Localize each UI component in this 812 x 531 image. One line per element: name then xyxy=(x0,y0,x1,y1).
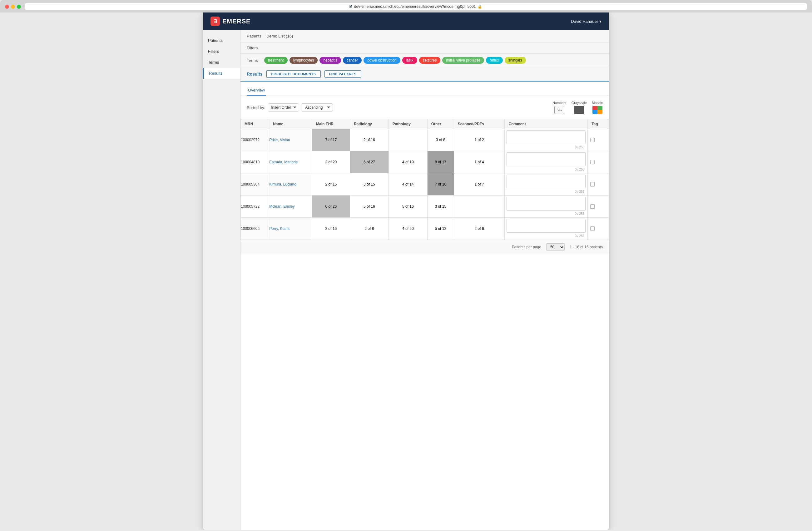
cell-pathology[interactable]: 4 of 20 xyxy=(389,218,427,240)
user-menu[interactable]: David Hanauer ▾ xyxy=(571,19,601,24)
cell-value[interactable]: 4 of 14 xyxy=(389,175,427,193)
term-chip-shingles[interactable]: shingles xyxy=(505,57,526,64)
minimize-button[interactable] xyxy=(11,5,15,9)
cell-other[interactable]: 7 of 16 xyxy=(427,173,454,196)
main-layout: Patients Filters Terms Results Patients … xyxy=(203,30,609,530)
cell-radiology[interactable]: 5 of 16 xyxy=(350,196,389,218)
maximize-button[interactable] xyxy=(17,5,21,9)
cell-value[interactable]: 2 of 6 xyxy=(454,219,505,238)
cell-value[interactable]: 3 of 15 xyxy=(350,175,389,193)
view-option-numbers[interactable]: Numbers ¹⁄₂₃ xyxy=(552,101,567,114)
comment-textarea[interactable] xyxy=(507,219,585,233)
comment-textarea[interactable] xyxy=(507,153,585,166)
cell-value[interactable]: 2 of 16 xyxy=(312,219,350,238)
cell-value[interactable]: 4 of 19 xyxy=(389,153,427,171)
tag-checkbox[interactable] xyxy=(590,227,595,231)
cell-value[interactable]: 4 of 20 xyxy=(389,219,427,238)
comment-textarea[interactable] xyxy=(507,197,585,211)
cell-value[interactable] xyxy=(389,131,427,149)
cell-other[interactable]: 3 of 8 xyxy=(427,129,454,151)
cell-main_ehr[interactable]: 2 of 16 xyxy=(312,218,350,240)
tag-checkbox[interactable] xyxy=(590,138,595,142)
cell-value[interactable]: 5 of 16 xyxy=(389,197,427,216)
cell-value[interactable]: 7 of 16 xyxy=(427,175,454,193)
per-page-select[interactable]: 50 25 100 xyxy=(546,243,565,251)
term-chip-cancer[interactable]: cancer xyxy=(343,57,362,64)
cell-pathology[interactable]: 5 of 16 xyxy=(389,196,427,218)
term-chip-hepatitis[interactable]: hepatitis xyxy=(319,57,341,64)
col-tag: Tag xyxy=(588,119,609,129)
cell-radiology[interactable]: 2 of 8 xyxy=(350,218,389,240)
term-chip-seizures[interactable]: seizures xyxy=(419,57,441,64)
cell-value[interactable]: 3 of 15 xyxy=(427,197,454,216)
cell-pathology[interactable]: 4 of 19 xyxy=(389,151,427,173)
sidebar-item-results[interactable]: Results xyxy=(203,68,240,79)
cell-scanned[interactable]: 1 of 2 xyxy=(454,129,505,151)
sidebar-item-patients[interactable]: Patients xyxy=(203,35,240,46)
cell-value[interactable]: 1 of 7 xyxy=(454,175,505,193)
cell-radiology[interactable]: 2 of 16 xyxy=(350,129,389,151)
tag-checkbox[interactable] xyxy=(590,160,595,164)
cell-name[interactable]: Estrada, Marjorie xyxy=(269,151,312,173)
sidebar-item-filters[interactable]: Filters xyxy=(203,46,240,57)
cell-value[interactable]: 3 of 8 xyxy=(427,131,454,149)
cell-scanned[interactable]: 1 of 4 xyxy=(454,151,505,173)
cell-value[interactable]: 7 of 17 xyxy=(312,131,350,149)
term-chip-lymphocytes[interactable]: lymphocytes xyxy=(290,57,318,64)
comment-textarea[interactable] xyxy=(507,175,585,188)
cell-value[interactable]: 9 of 17 xyxy=(427,153,454,171)
col-radiology: Radiology xyxy=(350,119,389,129)
cell-main_ehr[interactable]: 6 of 26 xyxy=(312,196,350,218)
close-button[interactable] xyxy=(5,5,9,9)
sort-order-select[interactable]: Insert Order MRN Name xyxy=(267,103,299,112)
cell-value[interactable]: 6 of 27 xyxy=(350,153,389,171)
cell-pathology[interactable] xyxy=(389,129,427,151)
tab-overview[interactable]: Overview xyxy=(247,85,266,96)
cell-main_ehr[interactable]: 7 of 17 xyxy=(312,129,350,151)
term-chip-lasix[interactable]: lasix xyxy=(402,57,417,64)
cell-value[interactable]: 1 of 2 xyxy=(454,131,505,149)
cell-pathology[interactable]: 4 of 14 xyxy=(389,173,427,196)
sidebar-patients-label: Patients xyxy=(208,38,223,43)
cell-main_ehr[interactable]: 2 of 15 xyxy=(312,173,350,196)
cell-value[interactable]: 5 of 16 xyxy=(350,197,389,216)
cell-other[interactable]: 3 of 15 xyxy=(427,196,454,218)
cell-radiology[interactable]: 3 of 15 xyxy=(350,173,389,196)
tag-checkbox[interactable] xyxy=(590,204,595,209)
sort-direction-select[interactable]: Ascending Descending xyxy=(302,103,333,112)
cell-radiology[interactable]: 6 of 27 xyxy=(350,151,389,173)
term-chip-reflux[interactable]: reflux xyxy=(486,57,503,64)
highlight-documents-button[interactable]: HIGHLIGHT DOCUMENTS xyxy=(266,70,321,78)
cell-name[interactable]: Price, Vivian xyxy=(269,129,312,151)
cell-name[interactable]: Perry, Kiana xyxy=(269,218,312,240)
patients-row-label: Patients xyxy=(247,34,261,39)
find-patients-button[interactable]: FIND PATIENTS xyxy=(324,70,361,78)
cell-value[interactable]: 1 of 4 xyxy=(454,153,505,171)
cell-value[interactable]: 6 of 26 xyxy=(312,197,350,216)
cell-value[interactable] xyxy=(454,197,505,216)
cell-name[interactable]: Kimura, Luciano xyxy=(269,173,312,196)
term-chip-mitral-valve-prolapse[interactable]: mitral valve prolapse xyxy=(442,57,484,64)
cell-value[interactable]: 2 of 8 xyxy=(350,219,389,238)
cell-value[interactable]: 2 of 20 xyxy=(312,153,350,171)
view-option-mosaic[interactable]: Mosaic xyxy=(592,101,603,114)
cell-scanned[interactable] xyxy=(454,196,505,218)
tag-checkbox[interactable] xyxy=(590,182,595,186)
address-bar[interactable]: M dev-emerse.med.umich.edu/emerse/result… xyxy=(25,3,807,10)
cell-scanned[interactable]: 2 of 6 xyxy=(454,218,505,240)
cell-main_ehr[interactable]: 2 of 20 xyxy=(312,151,350,173)
cell-other[interactable]: 5 of 12 xyxy=(427,218,454,240)
app-name: EMERSE xyxy=(222,18,250,25)
term-chip-bowel-obstruction[interactable]: bowel obstruction xyxy=(364,57,400,64)
cell-value[interactable]: 2 of 15 xyxy=(312,175,350,193)
cell-value[interactable]: 5 of 12 xyxy=(427,219,454,238)
comment-textarea[interactable] xyxy=(507,130,585,144)
sidebar-item-terms[interactable]: Terms xyxy=(203,57,240,68)
term-chip-treatment[interactable]: treatment xyxy=(264,57,288,64)
cell-name[interactable]: Mclean, Ensley xyxy=(269,196,312,218)
cell-value[interactable]: 2 of 16 xyxy=(350,131,389,149)
col-name: Name xyxy=(269,119,312,129)
cell-scanned[interactable]: 1 of 7 xyxy=(454,173,505,196)
cell-other[interactable]: 9 of 17 xyxy=(427,151,454,173)
view-option-grayscale[interactable]: Grayscale xyxy=(571,101,587,114)
